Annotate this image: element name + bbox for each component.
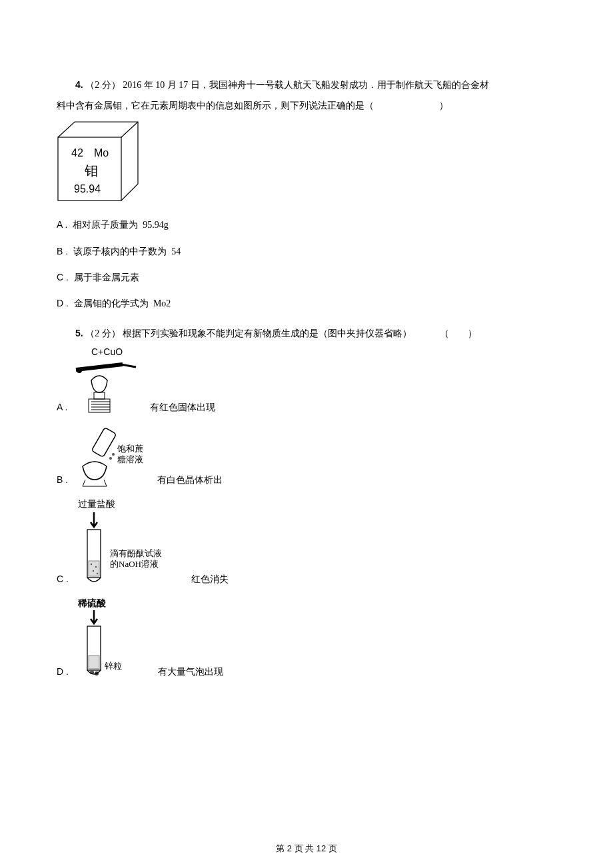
svg-point-27 [93,570,94,572]
svg-text:Mo: Mo [94,147,109,159]
experiment-heating-icon: C+CuO [73,346,146,416]
experiment-metal-acid-icon: 稀硫酸 锌粒 [74,597,154,680]
svg-point-26 [95,566,97,568]
svg-line-8 [121,364,136,367]
svg-text:饱和蔗: 饱和蔗 [117,444,143,454]
q5-stem: 5. （2 分） 根据下列实验和现象不能判定有新物质生成的是（图中夹持仪器省略）… [57,325,556,342]
svg-point-18 [109,457,112,460]
choice-label: C . [57,571,69,588]
q4-choice-a[interactable]: A . 相对原子质量为 95.94g [57,217,556,233]
svg-point-17 [112,453,115,456]
svg-rect-11 [89,399,110,412]
svg-text:C+CuO: C+CuO [91,346,123,357]
pager-e: 页 [326,843,337,853]
q5-choice-d[interactable]: D . 稀硫酸 锌粒 有大量气泡出现 [57,597,556,680]
svg-rect-34 [89,655,99,669]
svg-text:滴有酚酞试液: 滴有酚酞试液 [110,548,162,558]
q5-choice-c[interactable]: C . 过量盐酸 滴有酚酞试液 的NaOH溶液 红色消失 [57,498,556,588]
pager-total: 12 [316,843,326,853]
choice-text: 属于非金属元素 [74,269,139,286]
svg-text:过量盐酸: 过量盐酸 [78,499,115,509]
svg-text:锌粒: 锌粒 [104,661,122,671]
q4-number: 4. [75,79,83,90]
question-5: 5. （2 分） 根据下列实验和现象不能判定有新物质生成的是（图中夹持仪器省略）… [57,325,556,680]
choice-text: 金属钼的化学式为 Mo2 [74,295,171,312]
svg-text:42: 42 [71,147,83,159]
q5-choice-a[interactable]: A . C+CuO 有红色固体出现 [57,346,556,416]
q5-text: 根据下列实验和现象不能判定有新物质生成的是（图中夹持仪器省略） （ ） [123,328,477,338]
choice-label: D . [57,295,69,312]
svg-text:糖溶液: 糖溶液 [117,454,143,464]
choice-label: A . [57,399,67,416]
choice-label: A . [57,217,67,233]
choice-text: 该原子核内的中子数为 54 [73,243,181,260]
choice-text: 有大量气泡出现 [158,663,223,680]
choice-text: 相对原子质量为 95.94g [73,217,169,233]
q4-choice-b[interactable]: B . 该原子核内的中子数为 54 [57,243,556,260]
q4-stem-line2: 料中含有金属钼，它在元素周期表中的信息如图所示，则下列说法正确的是（ ） [57,97,556,114]
pager-current: 2 [287,843,292,853]
pager-a: 第 [276,843,287,853]
svg-line-7 [76,364,123,370]
svg-point-25 [91,564,92,565]
svg-text:的NaOH溶液: 的NaOH溶液 [110,559,159,569]
choice-text: 有红色固体出现 [150,399,215,416]
svg-rect-10 [94,392,105,399]
pager-c: 页 共 [292,843,316,853]
periodic-table-cube-icon: 42 Mo 钼 95.94 [57,121,143,207]
choice-label: C . [57,269,69,286]
q4-element-diagram: 42 Mo 钼 95.94 [57,121,556,207]
experiment-evaporation-icon: 饱和蔗 糖溶液 [73,425,153,488]
choice-text: 红色消失 [191,571,229,588]
choice-text: 有白色晶体析出 [157,472,223,488]
q4-stem-line1: 4. （2 分） 2016 年 10 月 17 日，我国神舟十一号载人航天飞船发… [57,77,556,93]
svg-rect-16 [91,428,116,458]
question-4: 4. （2 分） 2016 年 10 月 17 日，我国神舟十一号载人航天飞船发… [57,77,556,312]
choice-label: B . [57,243,68,260]
svg-text:稀硫酸: 稀硫酸 [77,598,107,608]
q5-points: （2 分） [85,328,121,338]
q4-points: （2 分） [85,80,121,90]
svg-point-9 [77,368,82,373]
page-footer: 第 2 页 共 12 页 [0,841,613,856]
choice-label: D . [57,663,69,680]
svg-point-28 [97,573,98,574]
svg-line-1 [121,122,138,137]
choice-label: B . [57,472,68,488]
q5-choice-b[interactable]: B . 饱和蔗 糖溶液 有白色晶体析出 [57,425,556,488]
q4-choice-d[interactable]: D . 金属钼的化学式为 Mo2 [57,295,556,312]
experiment-neutralization-icon: 过量盐酸 滴有酚酞试液 的NaOH溶液 [74,498,187,588]
q4-choice-c[interactable]: C . 属于非金属元素 [57,269,556,286]
q5-number: 5. [75,328,83,338]
svg-text:钼: 钼 [84,163,98,178]
q4-text-a: 2016 年 10 月 17 日，我国神舟十一号载人航天飞船发射成功．用于制作航… [123,80,489,90]
svg-text:95.94: 95.94 [74,183,101,195]
